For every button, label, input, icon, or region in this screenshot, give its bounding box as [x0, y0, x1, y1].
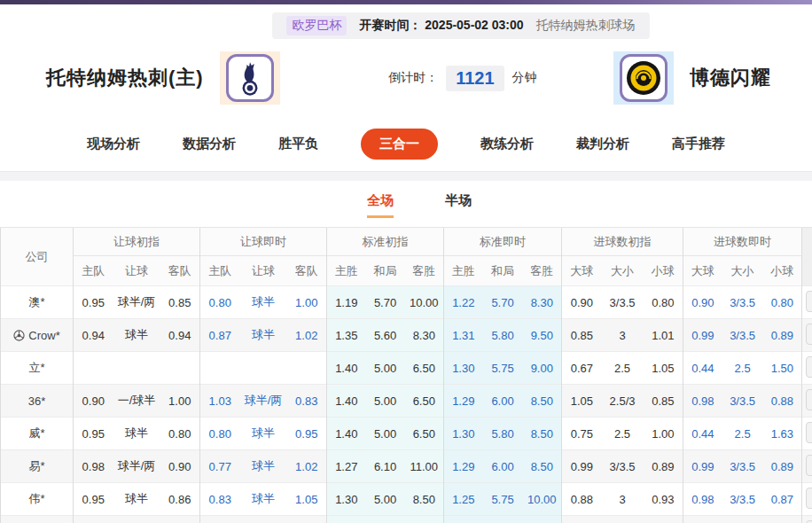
company-cell[interactable]: 威* — [1, 418, 74, 450]
group-header-standard-live: 标准即时 — [444, 228, 562, 256]
odds-cell-goals-initial: 0.99 — [562, 450, 602, 483]
tab-data-analysis[interactable]: 数据分析 — [183, 136, 236, 152]
odds-cell-goals-live: 0.97 — [683, 516, 722, 523]
tab-win-draw-lose[interactable]: 胜平负 — [278, 136, 318, 152]
subtab-full-time[interactable]: 全场 — [367, 192, 394, 218]
company-cell[interactable]: 立* — [1, 352, 74, 385]
odds-cell-standard-live: 8.50 — [523, 385, 562, 418]
group-header-handicap-live: 让球即时 — [200, 228, 327, 256]
tab-expert-picks[interactable]: 高手推荐 — [672, 136, 725, 152]
odds-cell-handicap-initial: 0.80 — [160, 418, 200, 450]
period-subtabs: 全场 半场 — [13, 181, 812, 227]
subcol-header-standard-live-2: 客胜 — [523, 256, 562, 286]
odds-cell-goals-initial: 0.85 — [562, 319, 602, 352]
odds-cell-handicap-initial: 球半/两 — [113, 286, 160, 319]
group-header-goals-live: 进球数即时 — [683, 228, 802, 256]
cutoff-action-cell[interactable] — [802, 450, 812, 483]
odds-cell-handicap-initial: 1.00 — [160, 385, 200, 418]
away-team-logo-highlight — [613, 51, 674, 105]
odds-cell-handicap-initial: 0.90 — [74, 385, 113, 418]
odds-cell-standard-live: 5.80 — [483, 319, 523, 352]
odds-cell-goals-initial: 3 — [602, 319, 644, 352]
subcol-header-goals-initial-1: 大小 — [602, 256, 644, 286]
match-info-row: 欧罗巴杯 开赛时间： 2025-05-02 03:00 托特纳姆热刺球场 — [0, 4, 812, 39]
odds-cell-goals-live: 0.90 — [683, 286, 722, 319]
odds-cell-handicap-live: 0.78 — [287, 516, 327, 523]
odds-cell-goals-live: 3/3.5 — [722, 385, 763, 418]
odds-cell-handicap-live: 0.83 — [200, 483, 240, 516]
odds-cell-standard-live: 1.29 — [444, 450, 483, 483]
countdown: 倒计时： 1121 分钟 — [388, 66, 536, 91]
cutoff-action-cell[interactable] — [802, 319, 812, 352]
odds-cell-handicap-initial: 0.95 — [74, 286, 113, 319]
company-name: 易* — [28, 458, 44, 474]
cutoff-action-button[interactable] — [806, 356, 812, 378]
odds-cell-handicap-initial: 0.95 — [74, 483, 113, 516]
odds-cell-standard-live: 1.30 — [444, 352, 483, 385]
odds-cell-goals-initial: 1.00 — [644, 418, 683, 450]
cutoff-action-button[interactable] — [806, 422, 812, 443]
odds-cell-standard-live: 8.30 — [523, 286, 562, 319]
company-cell[interactable]: 36* — [1, 385, 74, 418]
cutoff-action-cell[interactable] — [802, 483, 812, 516]
odds-cell-standard-initial: 5.00 — [366, 418, 405, 450]
company-cell[interactable]: 伟* — [1, 483, 74, 516]
odds-row: 威*0.95球半0.800.80球半0.951.405.006.501.305.… — [1, 418, 812, 450]
odds-cell-goals-initial: 0.93 — [644, 483, 683, 516]
cutoff-action-button[interactable] — [806, 455, 812, 476]
away-team-name: 博德闪耀 — [690, 65, 771, 91]
tab-live-analysis[interactable]: 现场分析 — [87, 136, 140, 152]
cutoff-action-button[interactable] — [806, 324, 812, 345]
odds-cell-goals-initial: 1.05 — [644, 352, 683, 385]
odds-cell-goals-live: 0.89 — [763, 450, 802, 483]
subcol-header-standard-initial-0: 主胜 — [327, 256, 366, 286]
odds-cell-goals-live: 3/3.5 — [722, 319, 763, 352]
odds-cell-goals-live: 0.89 — [763, 319, 802, 352]
odds-cell-goals-live: 3/3.5 — [722, 483, 763, 516]
odds-cell-goals-live: 3/3.5 — [722, 516, 763, 523]
section-divider — [0, 172, 812, 181]
cutoff-action-button[interactable] — [806, 291, 812, 312]
tab-coach-analysis[interactable]: 教练分析 — [480, 136, 534, 152]
odds-cell-standard-initial: 5.00 — [366, 352, 405, 385]
cutoff-action-button[interactable] — [806, 520, 812, 523]
odds-cell-standard-live: 9.50 — [523, 319, 562, 352]
odds-cell-goals-initial: 0.89 — [644, 450, 683, 483]
odds-cell-standard-initial: 5.20 — [366, 516, 405, 523]
tab-referee-analysis[interactable]: 裁判分析 — [576, 136, 629, 152]
cutoff-action-button[interactable] — [806, 488, 812, 509]
odds-cell-handicap-live: 0.95 — [287, 418, 327, 450]
odds-cell-handicap-live: 球半 — [240, 286, 287, 319]
odds-cell-standard-live: 1.29 — [444, 385, 483, 418]
cutoff-action-cell[interactable] — [802, 352, 812, 385]
odds-table: 公司让球初指让球即时标准初指标准即时进球数初指进球数即时主队让球客队主队让球客队… — [0, 227, 812, 523]
cutoff-action-button[interactable] — [806, 389, 812, 410]
cutoff-action-cell[interactable] — [802, 516, 812, 523]
odds-row: 立*1.405.006.501.305.759.000.672.51.050.4… — [1, 352, 812, 385]
odds-cell-handicap-live: 球半/两 — [240, 516, 287, 523]
cutoff-action-cell[interactable] — [802, 385, 812, 418]
company-name: 澳* — [28, 294, 44, 310]
odds-cell-goals-live: 0.99 — [683, 450, 722, 483]
odds-cell-handicap-live: 1.05 — [287, 483, 327, 516]
company-cell[interactable]: 易* — [1, 450, 74, 483]
odds-cell-handicap-live: 球半 — [240, 450, 287, 483]
odds-cell-goals-live: 0.88 — [763, 385, 802, 418]
odds-cell-handicap-live: 球半 — [240, 418, 287, 450]
company-cell[interactable]: 澳* — [1, 286, 74, 319]
cutoff-action-cell[interactable] — [802, 286, 812, 319]
company-cell[interactable]: Crow* — [1, 319, 74, 352]
tottenham-cockerel-icon — [237, 59, 263, 97]
match-info-pill: 欧罗巴杯 开赛时间： 2025-05-02 03:00 托特纳姆热刺球场 — [272, 12, 649, 39]
cutoff-action-cell[interactable] — [802, 418, 812, 450]
subcol-header-standard-initial-2: 客胜 — [405, 256, 444, 286]
subcol-header-goals-live-1: 大小 — [722, 256, 763, 286]
company-name: 伟* — [28, 491, 44, 507]
subtab-half-time[interactable]: 半场 — [445, 192, 472, 218]
odds-cell-goals-live: 3/3.5 — [722, 450, 763, 483]
odds-cell-handicap-live: 球半/两 — [240, 385, 287, 418]
odds-cell-handicap-initial: 一/球半 — [113, 516, 160, 523]
odds-cell-handicap-initial: 一/球半 — [113, 385, 160, 418]
tab-three-in-one[interactable]: 三合一 — [361, 129, 438, 160]
company-cell[interactable]: 明* — [1, 516, 74, 523]
